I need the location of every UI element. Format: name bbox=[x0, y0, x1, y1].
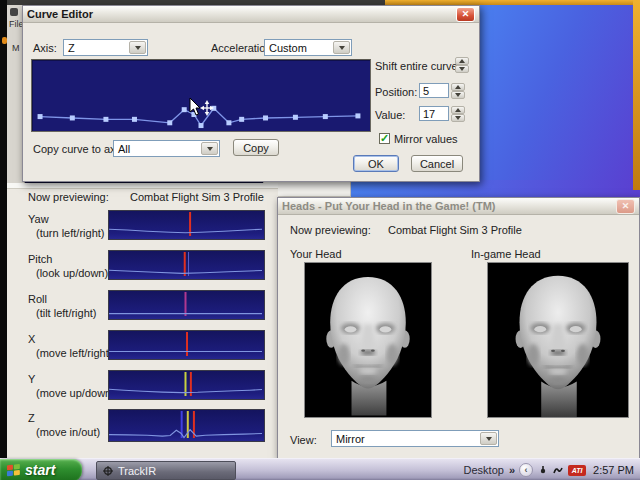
axis-label-z: Z bbox=[28, 412, 35, 424]
position-field-label: Position: bbox=[375, 86, 417, 98]
desktop-wallpaper bbox=[475, 5, 633, 197]
start-button[interactable]: start bbox=[0, 459, 82, 480]
spinner-up-icon[interactable] bbox=[451, 106, 465, 114]
taskbar: start TrackIR Desktop » ‹ ATI 2:57 PM bbox=[0, 458, 640, 480]
your-head-view bbox=[304, 262, 432, 418]
axis-row-z: Z (move in/out) bbox=[7, 409, 278, 443]
close-icon[interactable]: ✕ bbox=[456, 7, 475, 22]
chevron-down-icon[interactable] bbox=[333, 41, 350, 54]
spinner-down-icon[interactable] bbox=[455, 65, 469, 73]
view-label: View: bbox=[290, 434, 317, 446]
curve-editor-titlebar[interactable]: Curve Editor ✕ bbox=[23, 6, 479, 23]
checkmark-icon: ✓ bbox=[380, 132, 389, 144]
now-previewing-label: Now previewing: bbox=[28, 191, 109, 203]
taskbar-clock: 2:57 PM bbox=[593, 464, 634, 476]
chevron-right-icon[interactable]: » bbox=[509, 464, 514, 476]
trackir-task-icon bbox=[103, 466, 113, 476]
desktop-wallpaper-band bbox=[350, 180, 640, 197]
axis-dropdown[interactable]: Z bbox=[63, 39, 148, 56]
axis-label-yaw: Yaw bbox=[28, 213, 49, 225]
start-button-label: start bbox=[25, 462, 55, 478]
axis-row-x: X (move left/right) bbox=[7, 330, 278, 364]
heads-window: Heads - Put Your Head in the Game! (TM) … bbox=[277, 197, 640, 460]
axis-label-x: X bbox=[28, 333, 35, 345]
cancel-button[interactable]: Cancel bbox=[411, 155, 463, 172]
mirror-values-label: Mirror values bbox=[394, 133, 458, 145]
chevron-down-icon[interactable] bbox=[201, 142, 218, 155]
tray-collapse-button[interactable]: ‹ bbox=[519, 463, 533, 477]
system-tray: Desktop » ‹ ATI 2:57 PM bbox=[464, 459, 640, 480]
axis-row-roll: Roll (tilt left/right) bbox=[7, 290, 278, 324]
axis-row-y: Y (move up/down) bbox=[7, 370, 278, 404]
axis-label-pitch: Pitch bbox=[28, 253, 52, 265]
axis-field-label: Axis: bbox=[33, 42, 57, 54]
view-dropdown-value: Mirror bbox=[336, 433, 365, 445]
axis-row-yaw: Yaw (turn left/right) bbox=[7, 210, 278, 244]
axis-strip-y bbox=[108, 370, 265, 400]
axis-strip-pitch bbox=[108, 250, 265, 280]
chevron-down-icon[interactable] bbox=[480, 432, 497, 445]
spinner-down-icon[interactable] bbox=[451, 91, 465, 99]
axis-sublabel-roll: (tilt left/right) bbox=[36, 307, 97, 319]
chevron-down-icon[interactable] bbox=[129, 41, 146, 54]
curve-plot[interactable] bbox=[31, 59, 371, 132]
menu-fragment: M bbox=[12, 43, 20, 53]
mirror-values-checkbox[interactable]: ✓ bbox=[379, 133, 390, 144]
background-left-strip bbox=[0, 0, 7, 458]
axis-label-y: Y bbox=[28, 373, 35, 385]
copy-button[interactable]: Copy bbox=[233, 139, 279, 156]
desktop-toolbar-label: Desktop bbox=[464, 464, 504, 476]
position-input[interactable] bbox=[419, 83, 449, 98]
copy-axis-dropdown-value: All bbox=[118, 143, 130, 155]
axis-strip-yaw bbox=[108, 210, 265, 240]
value-input[interactable] bbox=[419, 106, 449, 121]
axis-sublabel-x: (move left/right) bbox=[36, 347, 112, 359]
heads-titlebar: Heads - Put Your Head in the Game! (TM) … bbox=[278, 198, 639, 215]
taskbar-task-trackir[interactable]: TrackIR bbox=[96, 461, 236, 480]
trackir-logo-icon bbox=[10, 8, 18, 16]
position-spinner[interactable] bbox=[451, 83, 465, 99]
view-dropdown[interactable]: Mirror bbox=[331, 430, 499, 447]
axis-strip-z bbox=[108, 409, 265, 442]
value-field-label: Value: bbox=[375, 109, 405, 121]
tray-icon-ati[interactable]: ATI bbox=[568, 465, 586, 476]
taskbar-task-label: TrackIR bbox=[118, 465, 156, 477]
curve-editor-title: Curve Editor bbox=[27, 8, 456, 20]
axis-row-pitch: Pitch (look up/down) bbox=[7, 250, 278, 284]
heads-now-previewing-label: Now previewing: bbox=[290, 224, 371, 236]
axis-sublabel-yaw: (turn left/right) bbox=[36, 227, 104, 239]
panel-top-edge bbox=[7, 183, 278, 189]
heads-profile: Combat Flight Sim 3 Profile bbox=[388, 224, 522, 236]
axis-strip-x bbox=[108, 330, 265, 360]
ingame-head-view bbox=[487, 262, 629, 418]
axis-label-roll: Roll bbox=[28, 293, 47, 305]
axis-sublabel-pitch: (look up/down) bbox=[36, 267, 108, 279]
tray-icon-dot[interactable] bbox=[538, 465, 548, 475]
screen: File M St Now previewing: Combat Flight … bbox=[0, 0, 640, 480]
heads-window-title: Heads - Put Your Head in the Game! (TM) bbox=[282, 200, 616, 212]
spinner-up-icon[interactable] bbox=[455, 57, 469, 65]
tray-icon-naturalpoint[interactable] bbox=[553, 465, 563, 475]
curve-editor-dialog: Curve Editor ✕ Axis: Z Acceleration: Cus… bbox=[22, 5, 480, 182]
now-previewing-panel: Now previewing: Combat Flight Sim 3 Prof… bbox=[7, 183, 278, 458]
spinner-up-icon[interactable] bbox=[451, 83, 465, 91]
ok-button[interactable]: OK bbox=[353, 155, 399, 172]
axis-sublabel-y: (move up/down) bbox=[36, 387, 115, 399]
ingame-head-label: In-game Head bbox=[471, 248, 541, 260]
axis-dropdown-value: Z bbox=[68, 42, 75, 54]
shift-curve-label: Shift entire curve: bbox=[375, 60, 461, 72]
shift-curve-spinner[interactable] bbox=[455, 57, 469, 73]
your-head-label: Your Head bbox=[290, 248, 342, 260]
acceleration-dropdown-value: Custom bbox=[269, 42, 307, 54]
axis-sublabel-z: (move in/out) bbox=[36, 426, 100, 438]
background-right-strip bbox=[633, 0, 640, 190]
spinner-down-icon[interactable] bbox=[451, 114, 465, 122]
acceleration-dropdown[interactable]: Custom bbox=[264, 39, 352, 56]
close-icon[interactable]: ✕ bbox=[616, 199, 635, 214]
axis-strip-roll bbox=[108, 290, 265, 320]
now-previewing-profile: Combat Flight Sim 3 Profile bbox=[130, 191, 264, 203]
value-spinner[interactable] bbox=[451, 106, 465, 122]
copy-axis-dropdown[interactable]: All bbox=[113, 140, 220, 157]
windows-flag-icon bbox=[6, 463, 21, 477]
